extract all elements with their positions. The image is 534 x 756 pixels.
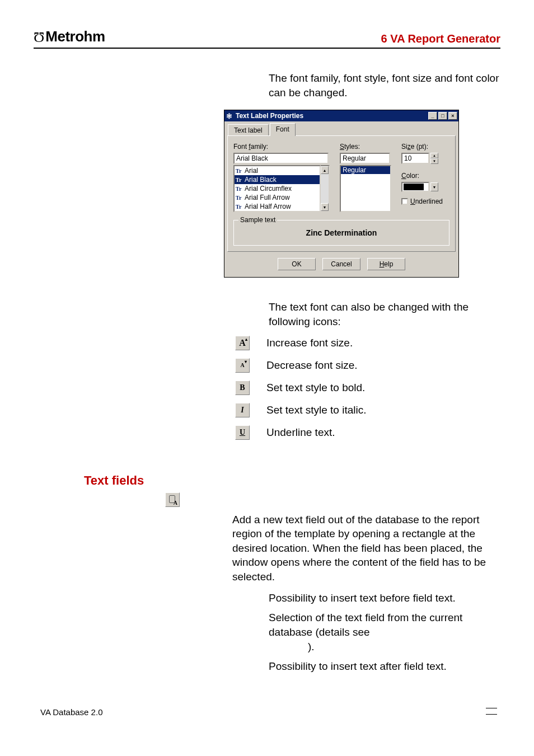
text-field-tool-row [165, 492, 500, 507]
dialog-button-row: OK Cancel Help [224, 252, 458, 277]
font-tab-panel: Font family: Arial Black TrArial TrArial… [227, 135, 456, 252]
underlined-label: Underlined [410, 198, 443, 205]
decrease-font-icon[interactable]: A [235, 358, 250, 373]
color-label: Color: [401, 172, 443, 180]
font-family-label: Font family: [233, 143, 330, 151]
size-spinner[interactable]: ▲ ▼ [430, 153, 438, 164]
truetype-icon: Tr [236, 186, 242, 192]
scroll-down-button[interactable]: ▼ [321, 203, 329, 211]
truetype-icon: Tr [236, 177, 242, 183]
scroll-up-button[interactable]: ▲ [321, 166, 329, 174]
sub-item-after-text: Possibility to insert text after field t… [269, 659, 500, 674]
underlined-checkbox-row[interactable]: Underlined [401, 198, 443, 205]
color-dropdown-button[interactable]: ▼ [430, 182, 438, 191]
tab-text-label[interactable]: Text label [228, 124, 269, 136]
color-swatch[interactable] [401, 182, 429, 192]
spin-up-button[interactable]: ▲ [430, 153, 438, 158]
cancel-button[interactable]: Cancel [322, 258, 360, 270]
text-fields-paragraph: Add a new text field out of the database… [232, 513, 500, 584]
font-item[interactable]: TrArial Circumflex [235, 184, 320, 193]
font-item[interactable]: TrArial Half Arrow [235, 202, 320, 211]
truetype-icon: Tr [236, 204, 242, 210]
minimize-button[interactable]: _ [428, 112, 437, 120]
dialog-app-icon: ❃ [226, 112, 234, 120]
list-scrollbar[interactable]: ▲ ▼ [321, 165, 330, 212]
font-family-column: Font family: Arial Black TrArial TrArial… [233, 143, 330, 212]
sample-text: Zinc Determination [238, 228, 444, 237]
italic-label: Set text style to italic. [266, 403, 366, 416]
close-button[interactable]: × [448, 112, 457, 120]
footer-page-marker [486, 708, 497, 715]
page-footer: VA Database 2.0 [34, 707, 500, 717]
text-field-tool-icon[interactable] [165, 492, 180, 507]
section-heading-text-fields: Text fields [84, 473, 500, 488]
chapter-title: 6 VA Report Generator [381, 32, 500, 45]
underlined-checkbox[interactable] [401, 198, 408, 205]
decrease-font-label: Decrease font size. [266, 358, 358, 372]
styles-column: Styles: Regular Regular [340, 143, 391, 212]
logo-text: Metrohm [45, 28, 105, 45]
styles-listbox[interactable]: Regular [340, 165, 391, 212]
dialog-title: Text Label Properties [236, 112, 427, 120]
ok-button[interactable]: OK [278, 258, 316, 270]
underline-label: Underline text. [266, 425, 335, 439]
spin-down-button[interactable]: ▼ [430, 158, 438, 164]
truetype-icon: Tr [236, 168, 242, 174]
intro-paragraph-2: The text font can also be changed with t… [269, 300, 500, 328]
help-button[interactable]: Help [367, 258, 405, 270]
logo: Ω Metrohm [34, 28, 105, 45]
sample-group-title: Sample text [238, 216, 277, 224]
font-family-listbox[interactable]: TrArial TrArial Black TrArial Circumflex… [233, 165, 330, 212]
size-label: Size (pt): [401, 143, 443, 151]
page-header: Ω Metrohm 6 VA Report Generator [34, 28, 500, 49]
tab-font[interactable]: Font [270, 123, 296, 136]
font-family-input[interactable]: Arial Black [233, 153, 329, 164]
logo-omega-icon: Ω [34, 29, 44, 45]
icon-description-list: A Increase font size. A Decrease font si… [235, 336, 500, 440]
dialog-titlebar[interactable]: ❃ Text Label Properties _ □ × [224, 110, 458, 121]
underline-icon[interactable]: U [235, 425, 250, 440]
size-color-column: Size (pt): 10 ▲ ▼ Color: ▼ Underlined [401, 143, 443, 212]
size-input[interactable]: 10 [401, 153, 429, 164]
bold-label: Set text style to bold. [266, 381, 365, 394]
bold-icon[interactable]: B [235, 381, 250, 395]
color-current [404, 184, 424, 190]
styles-label: Styles: [340, 143, 391, 151]
intro-paragraph-1: The font family, font style, font size a… [269, 71, 500, 100]
tab-row: Text label Font [224, 121, 458, 136]
sub-item-before-text: Possibility to insert text before field … [269, 591, 500, 605]
maximize-button[interactable]: □ [438, 112, 447, 120]
styles-input[interactable]: Regular [340, 153, 390, 164]
sub-item-selection: Selection of the text field from the cur… [269, 611, 500, 654]
truetype-icon: Tr [236, 195, 242, 201]
text-label-properties-dialog: ❃ Text Label Properties _ □ × Text label… [224, 110, 459, 278]
increase-font-label: Increase font size. [266, 336, 353, 349]
font-item[interactable]: TrArial [235, 166, 320, 175]
italic-icon[interactable]: I [235, 403, 250, 417]
increase-font-icon[interactable]: A [235, 336, 250, 350]
sample-text-group: Sample text Zinc Determination [233, 220, 449, 246]
font-item[interactable]: TrArial Full Arrow [235, 193, 320, 202]
style-item[interactable]: Regular [341, 166, 390, 174]
footer-left: VA Database 2.0 [40, 707, 102, 717]
font-item[interactable]: TrArial Black [235, 175, 320, 184]
